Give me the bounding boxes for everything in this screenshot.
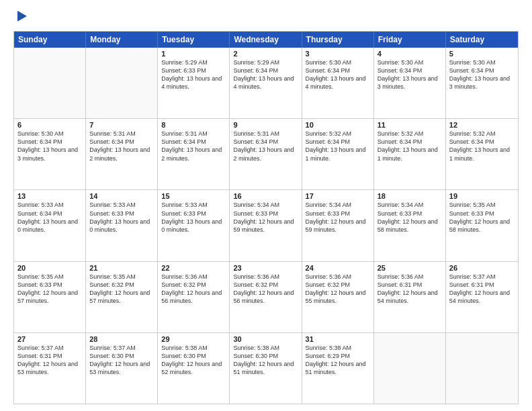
calendar-header-day: Thursday bbox=[302, 32, 374, 48]
calendar-header-day: Sunday bbox=[14, 32, 86, 48]
day-number: 24 bbox=[306, 264, 370, 272]
calendar-header-day: Friday bbox=[374, 32, 446, 48]
day-info: Sunrise: 5:33 AM Sunset: 6:34 PM Dayligh… bbox=[17, 201, 82, 234]
day-number: 23 bbox=[233, 264, 298, 272]
calendar-cell: 22Sunrise: 5:36 AM Sunset: 6:32 PM Dayli… bbox=[158, 262, 230, 332]
calendar-cell: 26Sunrise: 5:37 AM Sunset: 6:31 PM Dayli… bbox=[446, 262, 518, 332]
day-info: Sunrise: 5:37 AM Sunset: 6:30 PM Dayligh… bbox=[89, 344, 154, 377]
day-info: Sunrise: 5:38 AM Sunset: 6:30 PM Dayligh… bbox=[161, 344, 226, 377]
day-info: Sunrise: 5:30 AM Sunset: 6:34 PM Dayligh… bbox=[17, 130, 82, 163]
day-number: 12 bbox=[449, 121, 515, 129]
calendar-cell: 8Sunrise: 5:31 AM Sunset: 6:34 PM Daylig… bbox=[158, 119, 230, 189]
page: SundayMondayTuesdayWednesdayThursdayFrid… bbox=[0, 0, 532, 411]
calendar-cell: 20Sunrise: 5:35 AM Sunset: 6:33 PM Dayli… bbox=[14, 262, 86, 332]
day-info: Sunrise: 5:34 AM Sunset: 6:33 PM Dayligh… bbox=[378, 201, 442, 234]
day-info: Sunrise: 5:31 AM Sunset: 6:34 PM Dayligh… bbox=[233, 130, 298, 163]
calendar-header-day: Saturday bbox=[446, 32, 518, 48]
calendar-cell: 18Sunrise: 5:34 AM Sunset: 6:33 PM Dayli… bbox=[374, 190, 446, 261]
calendar-cell: 15Sunrise: 5:33 AM Sunset: 6:33 PM Dayli… bbox=[158, 190, 230, 261]
day-info: Sunrise: 5:33 AM Sunset: 6:33 PM Dayligh… bbox=[89, 201, 154, 234]
calendar-row: 13Sunrise: 5:33 AM Sunset: 6:34 PM Dayli… bbox=[14, 190, 518, 261]
day-number: 18 bbox=[378, 192, 442, 200]
day-info: Sunrise: 5:32 AM Sunset: 6:34 PM Dayligh… bbox=[306, 130, 370, 163]
day-number: 11 bbox=[378, 121, 442, 129]
day-info: Sunrise: 5:38 AM Sunset: 6:30 PM Dayligh… bbox=[233, 344, 298, 377]
logo-arrow-icon bbox=[15, 9, 30, 24]
day-number: 20 bbox=[17, 264, 82, 272]
day-info: Sunrise: 5:32 AM Sunset: 6:34 PM Dayligh… bbox=[378, 130, 442, 163]
day-info: Sunrise: 5:37 AM Sunset: 6:31 PM Dayligh… bbox=[17, 344, 82, 377]
day-info: Sunrise: 5:29 AM Sunset: 6:34 PM Dayligh… bbox=[233, 58, 298, 91]
calendar-row: 20Sunrise: 5:35 AM Sunset: 6:33 PM Dayli… bbox=[14, 262, 518, 333]
day-info: Sunrise: 5:35 AM Sunset: 6:33 PM Dayligh… bbox=[17, 273, 82, 306]
day-number: 8 bbox=[161, 121, 226, 129]
day-number: 14 bbox=[89, 192, 154, 200]
day-info: Sunrise: 5:36 AM Sunset: 6:31 PM Dayligh… bbox=[378, 273, 442, 306]
calendar-cell: 31Sunrise: 5:38 AM Sunset: 6:29 PM Dayli… bbox=[302, 333, 374, 404]
calendar-cell bbox=[446, 333, 518, 404]
calendar-header-day: Tuesday bbox=[158, 32, 230, 48]
day-number: 28 bbox=[89, 335, 154, 343]
calendar-row: 6Sunrise: 5:30 AM Sunset: 6:34 PM Daylig… bbox=[14, 119, 518, 190]
day-number: 29 bbox=[161, 335, 226, 343]
calendar-cell: 21Sunrise: 5:35 AM Sunset: 6:32 PM Dayli… bbox=[86, 262, 158, 332]
day-info: Sunrise: 5:34 AM Sunset: 6:33 PM Dayligh… bbox=[306, 201, 370, 234]
day-number: 30 bbox=[233, 335, 298, 343]
calendar-header-day: Monday bbox=[86, 32, 158, 48]
calendar-cell: 27Sunrise: 5:37 AM Sunset: 6:31 PM Dayli… bbox=[14, 333, 86, 404]
calendar-cell: 1Sunrise: 5:29 AM Sunset: 6:33 PM Daylig… bbox=[158, 48, 230, 118]
day-number: 16 bbox=[233, 192, 298, 200]
day-info: Sunrise: 5:36 AM Sunset: 6:32 PM Dayligh… bbox=[306, 273, 370, 306]
day-info: Sunrise: 5:30 AM Sunset: 6:34 PM Dayligh… bbox=[449, 58, 515, 91]
calendar-cell bbox=[14, 48, 86, 118]
calendar-row: 27Sunrise: 5:37 AM Sunset: 6:31 PM Dayli… bbox=[14, 333, 518, 404]
calendar-cell: 10Sunrise: 5:32 AM Sunset: 6:34 PM Dayli… bbox=[302, 119, 374, 189]
calendar-cell: 11Sunrise: 5:32 AM Sunset: 6:34 PM Dayli… bbox=[374, 119, 446, 189]
day-info: Sunrise: 5:29 AM Sunset: 6:33 PM Dayligh… bbox=[161, 58, 226, 91]
calendar-cell bbox=[86, 48, 158, 118]
day-number: 5 bbox=[449, 50, 515, 58]
calendar-cell: 29Sunrise: 5:38 AM Sunset: 6:30 PM Dayli… bbox=[158, 333, 230, 404]
calendar-cell: 19Sunrise: 5:35 AM Sunset: 6:33 PM Dayli… bbox=[446, 190, 518, 261]
svg-marker-0 bbox=[17, 11, 27, 21]
day-number: 10 bbox=[306, 121, 370, 129]
day-info: Sunrise: 5:33 AM Sunset: 6:33 PM Dayligh… bbox=[161, 201, 226, 234]
day-number: 1 bbox=[161, 50, 226, 58]
day-number: 21 bbox=[89, 264, 154, 272]
calendar-cell: 23Sunrise: 5:36 AM Sunset: 6:32 PM Dayli… bbox=[230, 262, 302, 332]
day-number: 13 bbox=[17, 192, 82, 200]
day-info: Sunrise: 5:36 AM Sunset: 6:32 PM Dayligh… bbox=[233, 273, 298, 306]
day-number: 3 bbox=[306, 50, 370, 58]
day-number: 22 bbox=[161, 264, 226, 272]
calendar-cell: 2Sunrise: 5:29 AM Sunset: 6:34 PM Daylig… bbox=[230, 48, 302, 118]
day-info: Sunrise: 5:35 AM Sunset: 6:32 PM Dayligh… bbox=[89, 273, 154, 306]
day-number: 31 bbox=[306, 335, 370, 343]
day-info: Sunrise: 5:30 AM Sunset: 6:34 PM Dayligh… bbox=[378, 58, 442, 91]
day-number: 26 bbox=[449, 264, 515, 272]
day-number: 6 bbox=[17, 121, 82, 129]
day-info: Sunrise: 5:31 AM Sunset: 6:34 PM Dayligh… bbox=[161, 130, 226, 163]
day-info: Sunrise: 5:35 AM Sunset: 6:33 PM Dayligh… bbox=[449, 201, 515, 234]
day-number: 2 bbox=[233, 50, 298, 58]
calendar-cell: 16Sunrise: 5:34 AM Sunset: 6:33 PM Dayli… bbox=[230, 190, 302, 261]
calendar-cell: 6Sunrise: 5:30 AM Sunset: 6:34 PM Daylig… bbox=[14, 119, 86, 189]
day-number: 4 bbox=[378, 50, 442, 58]
calendar-cell: 4Sunrise: 5:30 AM Sunset: 6:34 PM Daylig… bbox=[374, 48, 446, 118]
day-info: Sunrise: 5:37 AM Sunset: 6:31 PM Dayligh… bbox=[449, 273, 515, 306]
calendar-header: SundayMondayTuesdayWednesdayThursdayFrid… bbox=[14, 32, 518, 48]
day-number: 7 bbox=[89, 121, 154, 129]
day-info: Sunrise: 5:30 AM Sunset: 6:34 PM Dayligh… bbox=[306, 58, 370, 91]
day-number: 9 bbox=[233, 121, 298, 129]
calendar-cell: 24Sunrise: 5:36 AM Sunset: 6:32 PM Dayli… bbox=[302, 262, 374, 332]
day-info: Sunrise: 5:36 AM Sunset: 6:32 PM Dayligh… bbox=[161, 273, 226, 306]
calendar-cell: 17Sunrise: 5:34 AM Sunset: 6:33 PM Dayli… bbox=[302, 190, 374, 261]
calendar-header-day: Wednesday bbox=[230, 32, 302, 48]
calendar-cell: 14Sunrise: 5:33 AM Sunset: 6:33 PM Dayli… bbox=[86, 190, 158, 261]
day-info: Sunrise: 5:34 AM Sunset: 6:33 PM Dayligh… bbox=[233, 201, 298, 234]
header bbox=[13, 12, 519, 24]
calendar-cell: 5Sunrise: 5:30 AM Sunset: 6:34 PM Daylig… bbox=[446, 48, 518, 118]
calendar-cell: 9Sunrise: 5:31 AM Sunset: 6:34 PM Daylig… bbox=[230, 119, 302, 189]
calendar-cell: 13Sunrise: 5:33 AM Sunset: 6:34 PM Dayli… bbox=[14, 190, 86, 261]
calendar-cell bbox=[374, 333, 446, 404]
day-number: 27 bbox=[17, 335, 82, 343]
